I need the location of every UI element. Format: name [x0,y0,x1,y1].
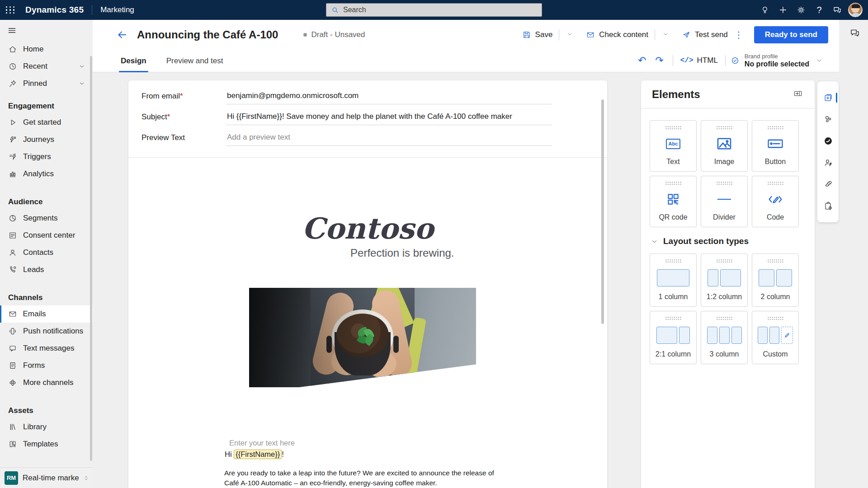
triggers-icon [8,152,17,161]
layout-tile-2-1-column[interactable]: 2:1 column [650,311,697,364]
app-launcher-waffle-icon[interactable] [0,0,21,20]
element-tiles: Abc Text Image Button [641,108,815,227]
rail-style-brush-icon[interactable] [817,174,839,195]
contoso-logo[interactable]: Contoso Perfection is brewing. [280,214,456,259]
layout-tile-1-2-column[interactable]: 1:2 column [701,253,748,307]
drag-handle-icon [665,316,681,320]
user-avatar[interactable] [846,0,864,20]
code-element-icon [768,193,783,205]
drag-handle-icon [716,316,732,320]
greeting-text-block[interactable]: Hi {{FirstName}}! [225,450,284,459]
send-icon [682,30,691,39]
element-tile-divider[interactable]: Divider [701,176,748,227]
chevron-down-icon[interactable] [78,80,85,87]
brand-profile-selector[interactable]: Brand profile No profile selected [730,53,823,68]
more-commands-icon[interactable]: ⋮ [730,29,748,40]
person-icon [8,248,17,257]
main-region: Announcing the Café A-100 Draft - Unsave… [93,20,868,488]
lightbulb-icon[interactable] [756,0,774,20]
undo-icon[interactable]: ↶ [633,56,651,66]
sidebar-item-consent-center[interactable]: Consent center [0,227,93,244]
pin-icon [8,79,17,88]
sidebar-item-home[interactable]: Home [0,41,93,58]
sidebar-item-recent[interactable]: Recent [0,58,93,75]
save-split-chevron-icon[interactable] [564,29,576,41]
subject-field[interactable] [226,111,552,125]
check-content-split-chevron-icon[interactable] [660,29,672,41]
feedback-chat-icon[interactable] [828,0,846,20]
layout-section-types-header[interactable]: Layout section types [641,227,815,246]
sidebar-item-text-messages[interactable]: Text messages [0,340,93,357]
element-tile-image[interactable]: Image [701,120,748,172]
ready-to-send-button[interactable]: Ready to send [754,26,828,43]
rail-elements-icon[interactable] [817,108,839,130]
rail-general-settings-icon[interactable] [817,195,839,217]
collapse-panel-icon[interactable] [791,87,805,102]
sidebar-item-segments[interactable]: Segments [0,210,93,227]
element-tile-button[interactable]: Button [752,120,799,172]
html-view-button[interactable]: </> HTML [680,56,718,65]
layout-tile-custom[interactable]: Custom [752,311,799,364]
sidebar-item-get-started[interactable]: Get started [0,114,93,131]
settings-gear-icon[interactable] [792,0,810,20]
collaboration-chat-icon[interactable] [849,27,861,41]
sidebar-scrollbar[interactable] [90,56,92,461]
drag-handle-icon [767,316,783,320]
element-tile-qr-code[interactable]: QR code [650,176,697,227]
from-email-field[interactable] [226,90,552,104]
app-brand[interactable]: Dynamics 365 [25,5,84,15]
plus-icon[interactable] [774,0,792,20]
element-tile-text[interactable]: Abc Text [650,120,697,172]
sidebar-item-leads[interactable]: Leads [0,261,93,278]
hamburger-menu-icon[interactable] [0,20,93,41]
layout-tile-1-column[interactable]: 1 column [650,253,697,307]
sidebar-item-pinned[interactable]: Pinned [0,75,93,92]
save-button[interactable]: Save [520,28,555,42]
sidebar-item-journeys[interactable]: Journeys [0,131,93,148]
layout-tile-2-column[interactable]: 2 column [752,253,799,307]
app-area-name[interactable]: Marketing [100,5,134,14]
area-switcher[interactable]: RM Real-time marketi... [0,467,93,488]
check-content-button[interactable]: Check content [584,28,650,42]
canvas-scrollbar[interactable] [601,99,604,324]
rail-personalization-icon[interactable] [817,152,839,174]
empty-text-block-placeholder[interactable]: Enter your text here [229,439,295,447]
sidebar-item-forms[interactable]: Forms [0,357,93,374]
sidebar-item-emails[interactable]: Emails [0,305,93,323]
element-tile-code[interactable]: Code [752,176,799,227]
divider [559,29,559,40]
tab-preview-and-test[interactable]: Preview and test [166,50,223,72]
search-input[interactable]: Search [326,3,542,17]
divider [655,29,655,40]
forms-page-icon [8,361,17,370]
sidebar-item-push-notifications[interactable]: Push notifications [0,323,93,340]
redo-icon[interactable]: ↷ [651,56,668,66]
hero-image-coffee-plant[interactable] [249,288,476,387]
body-paragraph[interactable]: Are you ready to take a leap into the fu… [224,468,495,488]
sidebar-item-templates[interactable]: Templates [0,436,93,453]
sidebar-section-engagement: Engagement [0,99,93,114]
layout-tiles: 1 column 1:2 column 2 column 2:1 column [641,246,815,364]
sidebar-section-audience: Audience [0,194,93,210]
sidebar-item-contacts[interactable]: Contacts [0,244,93,261]
preview-text-field[interactable] [226,132,552,146]
journeys-icon [8,135,17,144]
sidebar-item-library[interactable]: Library [0,418,93,436]
rail-toolbox-add-icon[interactable] [817,87,839,108]
test-send-button[interactable]: Test send [680,28,730,42]
back-arrow-icon[interactable] [115,28,129,42]
sidebar-item-more-channels[interactable]: More channels [0,374,93,391]
email-header-fields: From email* Subject* Preview Text [128,80,607,153]
layout-tile-3-column[interactable]: 3 column [701,311,748,364]
area-label: Real-time marketi... [23,474,79,483]
save-floppy-icon [522,30,531,39]
sidebar-item-triggers[interactable]: Triggers [0,148,93,165]
tab-design[interactable]: Design [121,50,146,72]
sidebar-item-analytics[interactable]: Analytics [0,165,93,183]
help-icon[interactable]: ? [810,0,828,20]
drag-handle-icon [665,259,681,263]
personalization-token[interactable]: {{FirstName}} [234,450,282,459]
search-placeholder: Search [343,6,366,14]
rail-copilot-icon[interactable] [817,130,839,152]
chevron-down-icon[interactable] [78,63,85,70]
